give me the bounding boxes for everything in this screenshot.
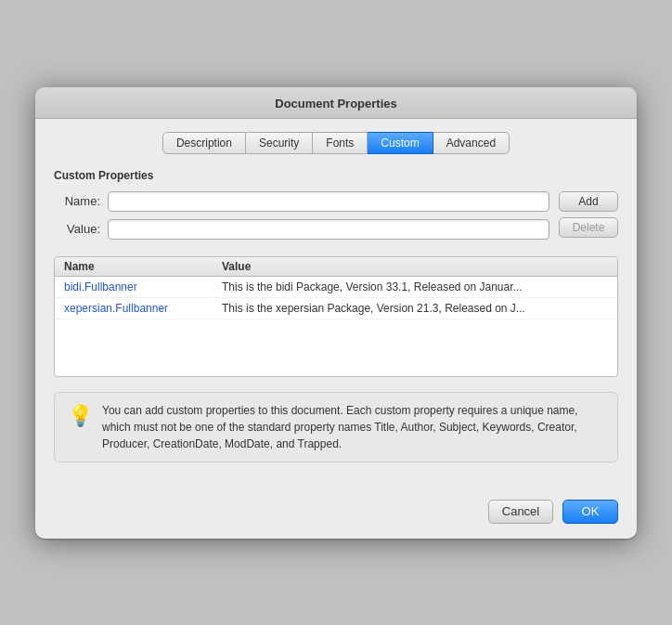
dialog: Document Properties Description Security…: [35, 87, 637, 539]
action-buttons: Add Delete: [559, 191, 618, 238]
lightbulb-icon: 💡: [68, 404, 93, 428]
name-input[interactable]: [108, 191, 549, 212]
cancel-button[interactable]: Cancel: [488, 500, 553, 524]
name-row: Name:: [54, 191, 549, 212]
row-0-value: This is the bidi Package, Version 33.1, …: [222, 280, 608, 293]
row-1-name: xepersian.Fullbanner: [64, 302, 222, 315]
value-label: Value:: [54, 222, 100, 236]
table-body: bidi.Fullbanner This is the bidi Package…: [55, 277, 617, 319]
tab-description[interactable]: Description: [162, 132, 246, 154]
info-box: 💡 You can add custom properties to this …: [54, 392, 618, 462]
tab-bar: Description Security Fonts Custom Advanc…: [54, 132, 618, 154]
title-bar: Document Properties: [35, 87, 637, 119]
row-0-name: bidi.Fullbanner: [64, 280, 222, 293]
footer: Cancel OK: [35, 485, 637, 539]
add-button[interactable]: Add: [559, 191, 618, 212]
table-row[interactable]: bidi.Fullbanner This is the bidi Package…: [55, 277, 617, 298]
tab-custom[interactable]: Custom: [368, 132, 433, 154]
ok-button[interactable]: OK: [562, 500, 618, 524]
info-text: You can add custom properties to this do…: [102, 402, 604, 452]
value-row: Value:: [54, 219, 549, 240]
tab-fonts[interactable]: Fonts: [313, 132, 368, 154]
properties-table: Name Value bidi.Fullbanner This is the b…: [54, 256, 618, 377]
form-fields: Name: Value:: [54, 191, 549, 247]
dialog-title: Document Properties: [275, 97, 396, 111]
tab-security[interactable]: Security: [246, 132, 313, 154]
col-header-name: Name: [64, 260, 222, 273]
value-input[interactable]: [108, 219, 549, 240]
name-label: Name:: [54, 194, 100, 208]
delete-button[interactable]: Delete: [559, 217, 618, 238]
table-row[interactable]: xepersian.Fullbanner This is the xepersi…: [55, 298, 617, 319]
section-title: Custom Properties: [54, 169, 618, 182]
table-header: Name Value: [55, 257, 617, 277]
content-area: Description Security Fonts Custom Advanc…: [35, 119, 637, 481]
form-area: Name: Value: Add Delete: [54, 191, 618, 247]
tab-advanced[interactable]: Advanced: [433, 132, 510, 154]
row-1-value: This is the xepersian Package, Version 2…: [222, 302, 608, 315]
col-header-value: Value: [222, 260, 608, 273]
